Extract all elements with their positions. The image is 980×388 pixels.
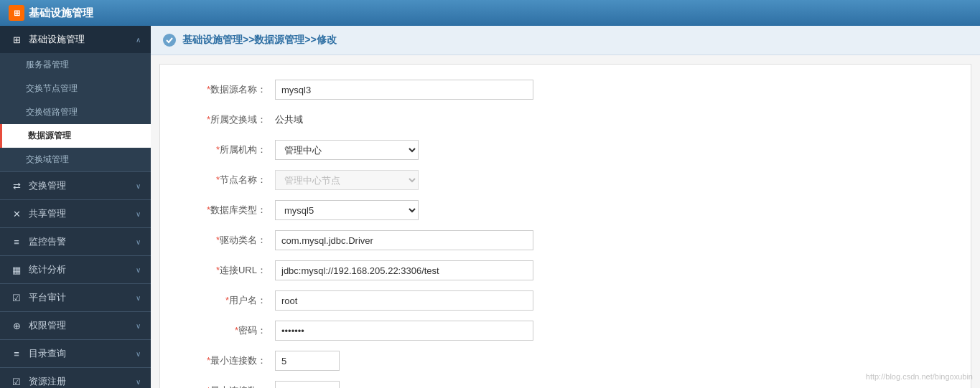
db-type-label: *数据库类型：: [182, 204, 275, 217]
sidebar-section-permission: ⊕ 权限管理 ∨: [0, 312, 151, 340]
exchange-domain-label: *所属交换域：: [182, 113, 275, 126]
driver-row: *驱动类名：: [182, 230, 949, 251]
monitor-label: 监控告警: [29, 235, 136, 248]
sidebar-item-exchange-node[interactable]: 交换节点管理: [0, 77, 151, 100]
min-conn-input[interactable]: [275, 351, 340, 371]
app-logo: ⊞ 基础设施管理: [9, 5, 93, 21]
catalog-icon: ≡: [10, 347, 23, 360]
content-header-icon: [162, 33, 177, 47]
sidebar-item-exchange-domain[interactable]: 交换域管理: [0, 148, 151, 171]
sidebar-item-datasource[interactable]: 数据源管理: [0, 124, 151, 148]
share-label: 共享管理: [29, 207, 136, 220]
node-select[interactable]: 管理中心节点: [275, 170, 419, 190]
url-row: *连接URL：: [182, 260, 949, 281]
form-container: *数据源名称： *所属交换域： 公共域 *所属机构： 管理中心 其他机构: [159, 64, 971, 388]
org-row: *所属机构： 管理中心 其他机构: [182, 139, 949, 161]
permission-icon: ⊕: [10, 319, 23, 332]
max-conn-row: *最大连接数：: [182, 380, 949, 388]
sidebar-section-header-permission[interactable]: ⊕ 权限管理 ∨: [0, 312, 151, 339]
exchange-domain-value: 公共域: [275, 110, 303, 129]
app-title: 基础设施管理: [29, 6, 93, 20]
password-row: *密码：: [182, 320, 949, 341]
resource-reg-chevron: ∨: [136, 378, 141, 386]
sidebar-section-header-audit[interactable]: ☑ 平台审计 ∨: [0, 284, 151, 311]
stats-label: 统计分析: [29, 263, 136, 276]
exchange-label: 交换管理: [29, 179, 136, 192]
audit-chevron: ∨: [136, 294, 141, 302]
min-conn-label: *最小连接数：: [182, 354, 275, 367]
monitor-chevron: ∨: [136, 238, 141, 246]
username-row: *用户名：: [182, 290, 949, 311]
sidebar-section-infra: ⊞ 基础设施管理 ∧ 服务器管理 交换节点管理 交换链路管理 数据源管理 交换域…: [0, 26, 151, 172]
org-select[interactable]: 管理中心 其他机构: [275, 140, 419, 160]
datasource-name-input[interactable]: [275, 80, 533, 100]
permission-chevron: ∨: [136, 322, 141, 330]
sidebar-section-exchange: ⇄ 交换管理 ∨: [0, 172, 151, 200]
main-layout: ⊞ 基础设施管理 ∧ 服务器管理 交换节点管理 交换链路管理 数据源管理 交换域…: [0, 26, 980, 388]
sidebar-item-server[interactable]: 服务器管理: [0, 53, 151, 77]
resource-reg-icon: ☑: [10, 375, 23, 388]
infra-label: 基础设施管理: [29, 33, 136, 46]
catalog-chevron: ∨: [136, 350, 141, 358]
sidebar-section-monitor: ≡ 监控告警 ∨: [0, 228, 151, 256]
stats-chevron: ∨: [136, 266, 141, 274]
url-input[interactable]: [275, 260, 533, 280]
logo-icon: ⊞: [9, 5, 24, 21]
monitor-icon: ≡: [10, 235, 23, 248]
sidebar-section-resource-reg: ☑ 资源注册 ∨: [0, 368, 151, 388]
username-label: *用户名：: [182, 294, 275, 307]
infra-icon: ⊞: [10, 33, 23, 46]
sidebar: ⊞ 基础设施管理 ∧ 服务器管理 交换节点管理 交换链路管理 数据源管理 交换域…: [0, 26, 151, 388]
sidebar-section-audit: ☑ 平台审计 ∨: [0, 284, 151, 312]
audit-label: 平台审计: [29, 291, 136, 304]
sidebar-section-share: ✕ 共享管理 ∨: [0, 200, 151, 228]
password-input[interactable]: [275, 321, 533, 341]
sidebar-section-header-resource-reg[interactable]: ☑ 资源注册 ∨: [0, 368, 151, 388]
permission-label: 权限管理: [29, 319, 136, 332]
sidebar-section-header-share[interactable]: ✕ 共享管理 ∨: [0, 200, 151, 227]
svg-point-0: [163, 34, 176, 47]
content-header: 基础设施管理>>数据源管理>>修改: [151, 26, 980, 55]
exchange-domain-row: *所属交换域： 公共域: [182, 109, 949, 131]
top-bar: ⊞ 基础设施管理: [0, 0, 980, 26]
catalog-label: 目录查询: [29, 347, 136, 360]
datasource-name-row: *数据源名称：: [182, 79, 949, 100]
driver-label: *驱动类名：: [182, 234, 275, 247]
sidebar-section-catalog: ≡ 目录查询 ∨: [0, 340, 151, 368]
infra-chevron: ∧: [136, 36, 141, 44]
db-type-row: *数据库类型： mysql5 oracle sqlserver db2: [182, 199, 949, 221]
resource-reg-label: 资源注册: [29, 375, 136, 388]
max-conn-label: *最大连接数：: [182, 384, 275, 388]
share-chevron: ∨: [136, 210, 141, 218]
sidebar-section-header-infra[interactable]: ⊞ 基础设施管理 ∧: [0, 26, 151, 53]
watermark: http://blog.csdn.net/bingoxubin: [866, 372, 973, 381]
sidebar-section-stats: ▦ 统计分析 ∨: [0, 256, 151, 284]
content-area: 基础设施管理>>数据源管理>>修改 *数据源名称： *所属交换域： 公共域: [151, 26, 980, 388]
db-type-select[interactable]: mysql5 oracle sqlserver db2: [275, 200, 419, 220]
url-label: *连接URL：: [182, 264, 275, 277]
sidebar-section-header-catalog[interactable]: ≡ 目录查询 ∨: [0, 340, 151, 367]
org-label: *所属机构：: [182, 143, 275, 156]
sidebar-section-header-monitor[interactable]: ≡ 监控告警 ∨: [0, 228, 151, 255]
sidebar-section-header-stats[interactable]: ▦ 统计分析 ∨: [0, 256, 151, 283]
node-label: *节点名称：: [182, 174, 275, 186]
username-input[interactable]: [275, 290, 533, 311]
stats-icon: ▦: [10, 263, 23, 276]
audit-icon: ☑: [10, 291, 23, 304]
sidebar-section-header-exchange[interactable]: ⇄ 交换管理 ∨: [0, 172, 151, 199]
max-conn-input[interactable]: [275, 381, 340, 388]
exchange-chevron: ∨: [136, 182, 141, 190]
exchange-icon: ⇄: [10, 179, 23, 192]
driver-input[interactable]: [275, 230, 533, 250]
infra-items: 服务器管理 交换节点管理 交换链路管理 数据源管理 交换域管理: [0, 53, 151, 171]
datasource-name-label: *数据源名称：: [182, 83, 275, 96]
breadcrumb: 基础设施管理>>数据源管理>>修改: [182, 34, 337, 47]
sidebar-item-exchange-link[interactable]: 交换链路管理: [0, 100, 151, 124]
share-icon: ✕: [10, 207, 23, 220]
min-conn-row: *最小连接数：: [182, 350, 949, 372]
password-label: *密码：: [182, 324, 275, 337]
node-row: *节点名称： 管理中心节点: [182, 169, 949, 191]
